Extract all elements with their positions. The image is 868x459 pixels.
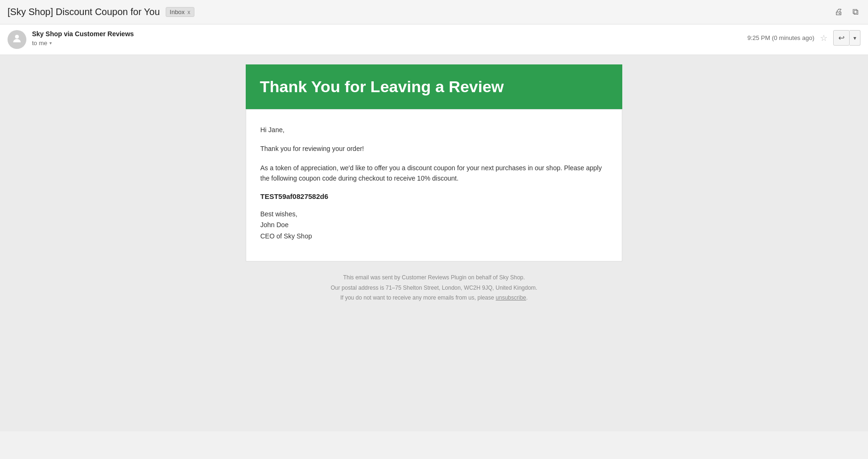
email-header-right: 9:25 PM (0 minutes ago) ☆ ↩ ▾: [747, 30, 860, 46]
banner-title: Thank You for Leaving a Review: [260, 78, 608, 96]
email-white-box: Hi Jane, Thank you for reviewing your or…: [246, 109, 622, 261]
footer-line2: Our postal address is 71–75 Shelton Stre…: [255, 283, 613, 293]
popout-button[interactable]: ⧉: [851, 5, 860, 19]
sign-off-line1: Best wishes,: [260, 209, 608, 220]
footer-line3: If you do not want to receive any more e…: [255, 293, 613, 303]
inbox-close-icon[interactable]: x: [187, 9, 190, 16]
reply-icon: ↩: [838, 34, 844, 42]
email-body-wrapper: Thank You for Leaving a Review Hi Jane, …: [0, 55, 868, 431]
email-header-left: Sky Shop via Customer Reviews to me ▾: [8, 30, 134, 49]
sign-off-line3: CEO of Sky Shop: [260, 231, 608, 242]
star-button[interactable]: ☆: [820, 33, 828, 43]
email-header: Sky Shop via Customer Reviews to me ▾ 9:…: [0, 24, 868, 55]
svg-point-0: [15, 35, 19, 39]
para2-text: As a token of appreciation, we'd like to…: [260, 163, 608, 184]
unsubscribe-link[interactable]: unsubscribe: [496, 294, 526, 301]
footer-line3-prefix: If you do not want to receive any more e…: [340, 294, 496, 301]
email-content: Thank You for Leaving a Review Hi Jane, …: [203, 64, 665, 308]
footer-line1: This email was sent by Customer Reviews …: [255, 273, 613, 283]
top-bar-left: [Sky Shop] Discount Coupon for You Inbox…: [8, 7, 194, 17]
inbox-label: Inbox: [170, 8, 185, 16]
more-actions-icon: ▾: [853, 35, 856, 41]
print-button[interactable]: 🖨: [833, 5, 845, 19]
top-bar-right: 🖨 ⧉: [833, 5, 860, 19]
email-timestamp: 9:25 PM (0 minutes ago): [747, 34, 814, 41]
to-me-chevron-icon[interactable]: ▾: [49, 40, 52, 46]
email-footer: This email was sent by Customer Reviews …: [246, 261, 622, 308]
inbox-badge: Inbox x: [166, 7, 195, 17]
top-bar: [Sky Shop] Discount Coupon for You Inbox…: [0, 0, 868, 24]
print-icon: 🖨: [835, 7, 843, 16]
to-me-row: to me ▾: [32, 40, 134, 47]
sign-off: Best wishes, John Doe CEO of Sky Shop: [260, 209, 608, 242]
greeting-text: Hi Jane,: [260, 125, 608, 135]
coupon-code: TEST59af0827582d6: [260, 192, 608, 200]
star-icon: ☆: [820, 33, 828, 43]
popout-icon: ⧉: [852, 7, 859, 16]
more-actions-button[interactable]: ▾: [850, 30, 860, 46]
reply-group: ↩ ▾: [833, 30, 860, 46]
avatar-person-icon: [11, 33, 23, 47]
sender-name: Sky Shop via Customer Reviews: [32, 30, 134, 38]
email-subject: [Sky Shop] Discount Coupon for You: [8, 7, 160, 17]
avatar: [8, 30, 26, 49]
to-me-label: to me: [32, 40, 48, 47]
footer-line3-suffix: .: [526, 294, 528, 301]
sign-off-line2: John Doe: [260, 220, 608, 231]
sender-info: Sky Shop via Customer Reviews to me ▾: [32, 30, 134, 47]
para1-text: Thank you for reviewing your order!: [260, 143, 608, 154]
reply-button[interactable]: ↩: [833, 30, 850, 46]
green-banner: Thank You for Leaving a Review: [246, 64, 622, 109]
